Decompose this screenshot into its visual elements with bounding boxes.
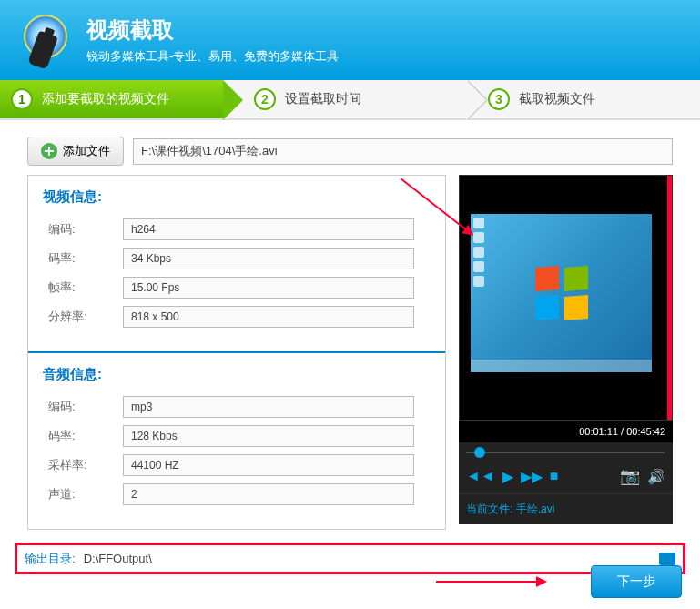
progress-bar[interactable] xyxy=(459,442,673,459)
audio-channel-field xyxy=(123,483,414,505)
stop-icon[interactable]: ■ xyxy=(550,468,559,484)
video-resolution-field xyxy=(123,306,414,328)
time-display: 00:01:11 / 00:45:42 xyxy=(459,421,673,442)
player-controls: ◄◄ ▶ ▶▶ ■ 📷 🔊 xyxy=(459,459,673,493)
resolution-label: 分辨率: xyxy=(43,309,123,325)
sample-rate-label: 采样率: xyxy=(43,457,123,473)
rewind-icon[interactable]: ◄◄ xyxy=(466,468,495,484)
step-number: 2 xyxy=(254,88,276,110)
file-path-input[interactable] xyxy=(133,138,673,165)
step-label: 添加要截取的视频文件 xyxy=(42,91,169,107)
video-player: 00:01:11 / 00:45:42 ◄◄ ▶ ▶▶ ■ 📷 🔊 当前文件: … xyxy=(459,175,673,530)
progress-thumb[interactable] xyxy=(474,447,485,458)
video-info-title: 视频信息: xyxy=(43,188,431,206)
video-codec-field xyxy=(123,218,414,240)
wizard-steps: 1 添加要截取的视频文件 2 设置截取时间 3 截取视频文件 xyxy=(0,80,700,120)
audio-codec-field xyxy=(123,396,414,418)
info-panel: 视频信息: 编码: 码率: 帧率: 分辨率: 音频信息: 编码: xyxy=(27,175,446,530)
app-logo-icon xyxy=(18,13,73,67)
forward-icon[interactable]: ▶▶ xyxy=(521,468,543,485)
fps-label: 帧率: xyxy=(43,279,123,296)
step-number: 1 xyxy=(11,88,33,110)
app-title: 视频截取 xyxy=(86,15,339,45)
channel-label: 声道: xyxy=(43,486,123,502)
video-preview[interactable] xyxy=(459,175,673,421)
snapshot-icon[interactable]: 📷 xyxy=(620,466,640,486)
step-set-time[interactable]: 2 设置截取时间 xyxy=(223,80,466,118)
step-cut-video[interactable]: 3 截取视频文件 xyxy=(466,80,700,118)
step-label: 设置截取时间 xyxy=(285,91,361,107)
output-label: 输出目录: xyxy=(25,551,76,567)
bitrate-label: 码率: xyxy=(43,250,123,267)
audio-info-title: 音频信息: xyxy=(43,366,431,383)
codec-label: 编码: xyxy=(43,221,123,238)
current-file-display: 当前文件: 手绘.avi xyxy=(459,493,673,524)
plus-icon xyxy=(41,143,57,159)
browse-folder-icon[interactable] xyxy=(659,553,675,565)
audio-bitrate-field xyxy=(123,425,414,447)
annotation-marker xyxy=(667,176,672,420)
app-subtitle: 锐动多媒体工具-专业、易用、免费的多媒体工具 xyxy=(86,48,339,65)
step-number: 3 xyxy=(488,88,510,110)
add-file-label: 添加文件 xyxy=(63,143,110,159)
step-add-file[interactable]: 1 添加要截取的视频文件 xyxy=(0,80,223,118)
audio-sample-field xyxy=(123,454,414,476)
step-label: 截取视频文件 xyxy=(519,91,595,107)
audio-codec-label: 编码: xyxy=(43,399,123,415)
next-button[interactable]: 下一步 xyxy=(591,565,682,598)
windows-logo-icon xyxy=(535,267,588,320)
video-bitrate-field xyxy=(123,248,414,269)
audio-bitrate-label: 码率: xyxy=(43,428,123,444)
app-header: 视频截取 锐动多媒体工具-专业、易用、免费的多媒体工具 xyxy=(0,0,700,80)
video-fps-field xyxy=(123,277,414,299)
add-file-button[interactable]: 添加文件 xyxy=(27,137,124,166)
play-icon[interactable]: ▶ xyxy=(502,468,513,485)
annotation-arrow xyxy=(436,581,545,583)
volume-icon[interactable]: 🔊 xyxy=(647,468,665,485)
toolbar: 添加文件 xyxy=(0,120,700,175)
